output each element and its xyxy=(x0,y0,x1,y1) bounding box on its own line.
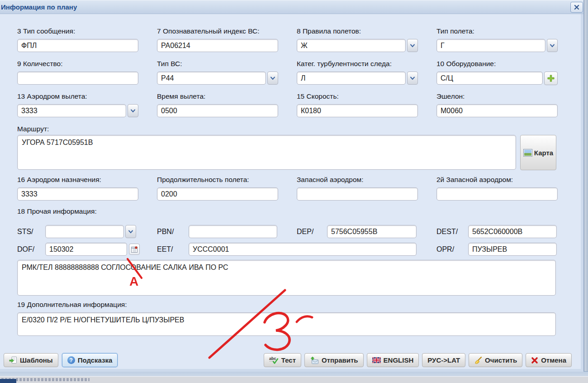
duration-label: Продолжительность полета: xyxy=(157,176,278,184)
dest-point-input[interactable] xyxy=(468,225,557,238)
acft-type-input[interactable] xyxy=(157,72,266,85)
toolbar-left: Шаблоны ? Подсказка xyxy=(4,353,118,367)
pbn-label: PBN/ xyxy=(157,228,174,236)
sts-label: STS/ xyxy=(17,228,33,236)
broom-icon xyxy=(474,356,482,364)
opr-input[interactable] xyxy=(468,243,557,256)
dep-aerodrome-dropdown-trigger[interactable] xyxy=(128,104,138,117)
flight-type-label: Тип полета: xyxy=(436,27,558,35)
rus-to-lat-button-label: РУС->LAT xyxy=(427,356,460,364)
section19-label: 19 Дополнительная информация: xyxy=(17,301,127,309)
map-button-label: Карта xyxy=(534,149,553,157)
wake-category-input[interactable] xyxy=(297,72,406,85)
english-button-label: ENGLISH xyxy=(384,356,414,364)
dof-calendar-button[interactable] xyxy=(129,244,140,255)
send-button-label: Отправить xyxy=(322,356,358,364)
eet-input[interactable] xyxy=(189,243,417,256)
sts-dropdown-trigger[interactable] xyxy=(125,225,136,238)
calendar-icon xyxy=(131,246,138,253)
templates-button-label: Шаблоны xyxy=(20,356,53,364)
speed-label: 15 Скорость: xyxy=(297,92,418,101)
altn2-aerodrome-input[interactable] xyxy=(436,187,558,201)
acft-index-label: 7 Опознавательный индекс ВС: xyxy=(157,27,278,35)
flight-rules-input[interactable] xyxy=(297,39,406,52)
chevron-down-icon xyxy=(410,77,415,80)
number-label: 9 Количество: xyxy=(17,60,138,68)
dialog-title: Информация по плану xyxy=(1,3,77,11)
test-button[interactable]: abc Тест xyxy=(264,353,301,367)
acft-index-input[interactable] xyxy=(157,39,278,52)
flight-type-input[interactable] xyxy=(436,39,545,52)
toolbar-right: abc Тест Отправить xyxy=(264,353,572,367)
background-bottom-band xyxy=(0,371,588,377)
rus-to-lat-button[interactable]: РУС->LAT xyxy=(422,353,465,367)
dest-aerodrome-input[interactable] xyxy=(17,187,138,201)
chevron-down-icon xyxy=(128,230,133,234)
equipment-input[interactable] xyxy=(436,72,543,85)
chevron-down-icon xyxy=(130,109,136,113)
altn-aerodrome-input[interactable] xyxy=(297,187,418,201)
red-x-icon xyxy=(531,357,538,364)
hint-button-label: Подсказка xyxy=(78,356,113,364)
dep-point-label: DEP/ xyxy=(297,228,313,236)
eet-label: EET/ xyxy=(157,245,173,254)
dep-time-label: Время вылета: xyxy=(157,92,278,101)
level-label: Эшелон: xyxy=(436,92,558,101)
chevron-down-icon xyxy=(410,44,415,48)
acft-type-label: Тип ВС: xyxy=(157,60,278,68)
dest-aerodrome-label: 16 Аэродром назначения: xyxy=(17,176,138,184)
level-input[interactable] xyxy=(436,104,558,117)
close-button[interactable] xyxy=(570,2,583,13)
number-input[interactable] xyxy=(17,72,138,85)
equipment-add-button[interactable] xyxy=(544,72,558,85)
svg-text:abc: abc xyxy=(269,356,276,361)
route-label: Маршрут: xyxy=(17,125,49,133)
background-navy-corner xyxy=(0,379,16,383)
templates-button[interactable]: Шаблоны xyxy=(4,353,58,367)
hint-button[interactable]: ? Подсказка xyxy=(62,353,118,367)
flight-rules-dropdown-trigger[interactable] xyxy=(407,39,418,52)
altn-aerodrome-label: Запасной аэродром: xyxy=(297,176,418,184)
acft-type-dropdown-trigger[interactable] xyxy=(267,72,278,85)
dest-point-label: DEST/ xyxy=(436,228,458,236)
equipment-label: 10 Оборудование: xyxy=(436,60,558,68)
speed-input[interactable] xyxy=(297,104,418,117)
sts-input[interactable] xyxy=(45,225,124,238)
suppl-info-textarea[interactable]: Е/0320 П/2 Р/Е Н/ОГНЕТУШИТЕЛЬ Ц/ПУЗЫРЕВ xyxy=(17,312,556,336)
section18-label: 18 Прочая информация: xyxy=(17,207,97,215)
opr-label: OPR/ xyxy=(436,245,454,254)
altn2-aerodrome-label: 2й Запасной аэродром: xyxy=(436,176,558,184)
english-button[interactable]: ENGLISH xyxy=(367,353,419,367)
wake-category-dropdown-trigger[interactable] xyxy=(407,72,418,85)
send-button[interactable]: Отправить xyxy=(304,353,364,367)
clear-button-label: Очистить xyxy=(485,356,517,364)
msg-type-label: 3 Тип сообщения: xyxy=(17,27,138,35)
cancel-button[interactable]: Отмена xyxy=(526,353,572,367)
flight-type-dropdown-trigger[interactable] xyxy=(547,39,558,52)
dialog-titlebar: Информация по плану xyxy=(0,0,583,14)
rmk-textarea[interactable]: РМК/ТЕЛ 88888888888 СОГЛОСОВАНИЕ САЛКА И… xyxy=(17,260,556,296)
chevron-down-icon xyxy=(270,77,275,80)
uk-flag-icon xyxy=(372,357,381,363)
dep-time-input[interactable] xyxy=(157,104,278,117)
pbn-input[interactable] xyxy=(189,225,277,238)
close-icon xyxy=(574,5,579,10)
spellcheck-icon: abc xyxy=(269,356,279,364)
duration-input[interactable] xyxy=(157,187,278,201)
cancel-button-label: Отмена xyxy=(541,356,566,364)
templates-icon xyxy=(9,356,17,364)
dof-label: DOF/ xyxy=(17,245,34,254)
question-icon: ? xyxy=(67,356,75,364)
background-page-strip xyxy=(584,0,588,383)
clear-button[interactable]: Очистить xyxy=(469,353,522,367)
dep-point-input[interactable] xyxy=(327,225,417,238)
dep-aerodrome-input[interactable] xyxy=(17,104,126,117)
test-button-label: Тест xyxy=(281,356,296,364)
dof-input[interactable] xyxy=(45,243,127,256)
dep-aerodrome-label: 13 Аэродром вылета: xyxy=(17,92,138,101)
msg-type-input[interactable] xyxy=(17,39,138,52)
map-button[interactable]: Карта xyxy=(520,135,556,170)
flight-plan-dialog: Информация по плану 3 Тип сообщения: 7 О… xyxy=(0,0,584,372)
send-icon xyxy=(310,356,319,364)
route-textarea[interactable]: УГОРА 5717С05951В xyxy=(17,135,516,170)
